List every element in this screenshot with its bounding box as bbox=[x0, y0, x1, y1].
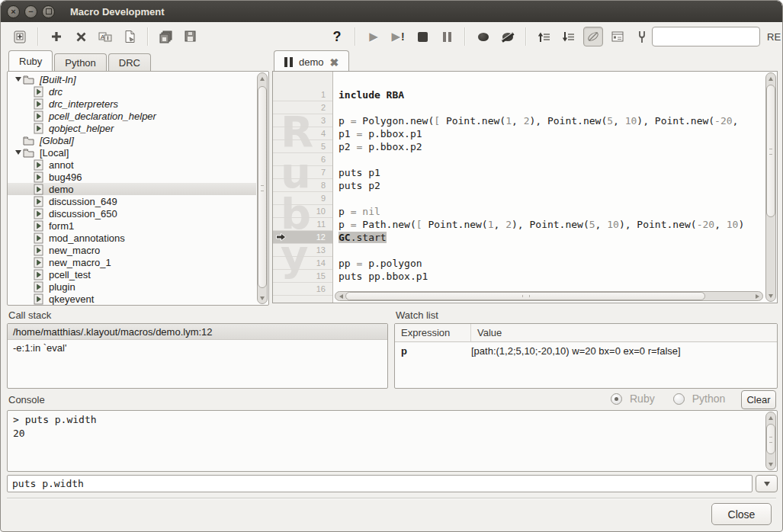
gutter-line-number[interactable]: 9 bbox=[273, 192, 332, 205]
clear-console-button[interactable]: Clear bbox=[741, 390, 776, 409]
tree-item-mod-annotations[interactable]: mod_annotations bbox=[8, 232, 256, 244]
gutter-line-number[interactable]: 15 bbox=[273, 270, 332, 283]
gutter-line-number[interactable]: 14 bbox=[273, 257, 332, 270]
watch-row[interactable]: p[path:(1,2;5,10;-20,10) w=20 bx=0 ex=0 … bbox=[395, 342, 777, 360]
gutter-line-number[interactable]: 3 bbox=[273, 114, 332, 127]
scroll-up-arrow-icon[interactable] bbox=[766, 413, 775, 422]
radio-python[interactable] bbox=[673, 393, 685, 405]
gutter-line-number[interactable]: 2 bbox=[273, 101, 332, 114]
tree-item-global[interactable]: [Global] bbox=[8, 134, 256, 146]
set-breakpoint-button[interactable] bbox=[473, 27, 493, 46]
scroll-up-arrow-icon[interactable] bbox=[766, 74, 775, 83]
tree-item-label: discussion_649 bbox=[49, 196, 117, 207]
tree-item-built-in[interactable]: [Built-In] bbox=[8, 73, 256, 85]
tree-item-demo[interactable]: demo bbox=[8, 183, 256, 195]
column-header-value[interactable]: Value bbox=[471, 324, 502, 341]
editor-hscrollbar-thumb[interactable] bbox=[345, 292, 705, 300]
tree-item-bug496[interactable]: bug496 bbox=[8, 171, 256, 183]
tree-scrollbar-thumb[interactable] bbox=[258, 86, 267, 288]
window-minimize-button[interactable]: − bbox=[24, 5, 37, 18]
tree-item-pcell-declaration-helper[interactable]: pcell_declaration_helper bbox=[8, 110, 256, 122]
tree-item-drc[interactable]: drc bbox=[8, 85, 256, 98]
tab-close-icon[interactable]: ✖ bbox=[330, 56, 339, 69]
scroll-up-arrow-icon[interactable] bbox=[258, 74, 267, 83]
scroll-down-arrow-icon[interactable] bbox=[258, 293, 267, 303]
new-macro-button[interactable] bbox=[47, 27, 66, 46]
tree-item-drc-interpreters[interactable]: drc_interpreters bbox=[8, 98, 256, 110]
tree-item-local[interactable]: [Local] bbox=[8, 146, 256, 159]
step-into-button[interactable] bbox=[559, 27, 579, 46]
import-macro-button[interactable] bbox=[120, 27, 140, 46]
clear-breakpoints-button[interactable] bbox=[498, 27, 518, 46]
stop-button[interactable] bbox=[412, 27, 432, 46]
scroll-down-arrow-icon[interactable] bbox=[766, 460, 775, 469]
tree-item-form1[interactable]: form1 bbox=[8, 220, 256, 232]
gutter-line-number[interactable]: 11 bbox=[273, 218, 332, 231]
save-button[interactable] bbox=[181, 27, 201, 46]
editor-text-area[interactable]: include RBAp = Polygon.new([ Point.new(1… bbox=[333, 72, 765, 303]
editor-gutter[interactable]: Ruby 12345678910111213141516 bbox=[273, 72, 333, 303]
gutter-line-number[interactable]: 16 bbox=[273, 283, 332, 296]
delete-macro-button[interactable] bbox=[71, 27, 91, 46]
tree-item-new-macro-1[interactable]: new_macro_1 bbox=[8, 256, 256, 268]
setup-button[interactable] bbox=[632, 27, 652, 46]
save-all-button[interactable] bbox=[156, 27, 176, 46]
tree-item-new-macro[interactable]: new_macro bbox=[8, 244, 256, 256]
step-over-button[interactable] bbox=[534, 27, 554, 46]
gutter-line-number[interactable]: 5 bbox=[273, 140, 332, 153]
gutter-line-number[interactable]: 4 bbox=[273, 127, 332, 140]
scroll-down-arrow-icon[interactable] bbox=[766, 291, 775, 300]
tree-item-plugin[interactable]: plugin bbox=[8, 280, 256, 293]
window-close-button[interactable]: × bbox=[7, 5, 20, 18]
tree-vertical-scrollbar[interactable] bbox=[257, 72, 268, 304]
close-button[interactable]: Close bbox=[711, 503, 772, 525]
gutter-line-number[interactable]: 12 bbox=[273, 231, 332, 244]
search-input[interactable] bbox=[652, 27, 760, 46]
run-current-button[interactable]: ▶! bbox=[388, 27, 408, 46]
column-header-expression[interactable]: Expression bbox=[395, 324, 471, 341]
tree-item-qobject-helper[interactable]: qobject_helper bbox=[8, 122, 256, 134]
gutter-line-number[interactable]: 13 bbox=[273, 244, 332, 257]
gutter-line-number[interactable]: 8 bbox=[273, 179, 332, 192]
console-input[interactable] bbox=[7, 475, 753, 492]
run-button[interactable]: ▶ bbox=[364, 27, 383, 46]
call-stack-item[interactable]: /home/matthias/.klayout/macros/demo.lym:… bbox=[8, 324, 387, 340]
tree-item-discussion-649[interactable]: discussion_649 bbox=[8, 195, 256, 207]
minimize-icon: − bbox=[28, 8, 33, 16]
window-maximize-button[interactable] bbox=[42, 5, 55, 18]
scroll-right-arrow-icon[interactable] bbox=[753, 292, 762, 300]
add-location-button[interactable] bbox=[10, 27, 30, 46]
interpreter-radio-group: RubyPython bbox=[611, 393, 736, 405]
call-stack-item[interactable]: -e:1:in `eval' bbox=[8, 340, 387, 356]
tree-item-discussion-650[interactable]: discussion_650 bbox=[8, 207, 256, 220]
tab-ruby[interactable]: Ruby bbox=[8, 50, 53, 71]
editor-scrollbar-thumb[interactable] bbox=[766, 85, 775, 217]
tree-item-pcell-test[interactable]: pcell_test bbox=[8, 268, 256, 280]
tab-demo[interactable]: demo ✖ bbox=[274, 50, 349, 71]
console-scrollbar-thumb[interactable] bbox=[766, 424, 775, 454]
gutter-line-number[interactable]: 1 bbox=[273, 88, 332, 101]
pause-button[interactable] bbox=[437, 27, 457, 46]
tree-item-annot[interactable]: annot bbox=[8, 159, 256, 171]
help-button[interactable]: ? bbox=[327, 27, 347, 46]
toolbar-separator bbox=[355, 27, 356, 46]
properties-button[interactable] bbox=[608, 27, 627, 46]
tab-python[interactable]: Python bbox=[54, 53, 106, 71]
rename-macro-button[interactable]: A bbox=[95, 27, 115, 46]
editor-horizontal-scrollbar[interactable] bbox=[335, 291, 763, 301]
gutter-line-number[interactable]: 10 bbox=[273, 205, 332, 218]
expander-icon[interactable] bbox=[14, 150, 23, 155]
console-vertical-scrollbar[interactable] bbox=[765, 412, 776, 470]
gutter-line-number[interactable]: 7 bbox=[273, 166, 332, 179]
gutter-line-number[interactable]: 6 bbox=[273, 153, 332, 166]
console-history-dropdown-button[interactable] bbox=[756, 475, 778, 492]
stop-icon bbox=[418, 32, 428, 42]
scroll-left-arrow-icon[interactable] bbox=[336, 292, 345, 300]
expander-icon[interactable] bbox=[14, 77, 23, 82]
tab-drc[interactable]: DRC bbox=[108, 53, 151, 71]
editor-vertical-scrollbar[interactable] bbox=[765, 72, 776, 302]
tree-item-label: pcell_test bbox=[49, 269, 91, 280]
tree-item-qkeyevent[interactable]: qkeyevent bbox=[8, 293, 256, 305]
radio-ruby[interactable] bbox=[611, 393, 622, 405]
ruby-interpreter-toggle[interactable] bbox=[583, 27, 603, 46]
